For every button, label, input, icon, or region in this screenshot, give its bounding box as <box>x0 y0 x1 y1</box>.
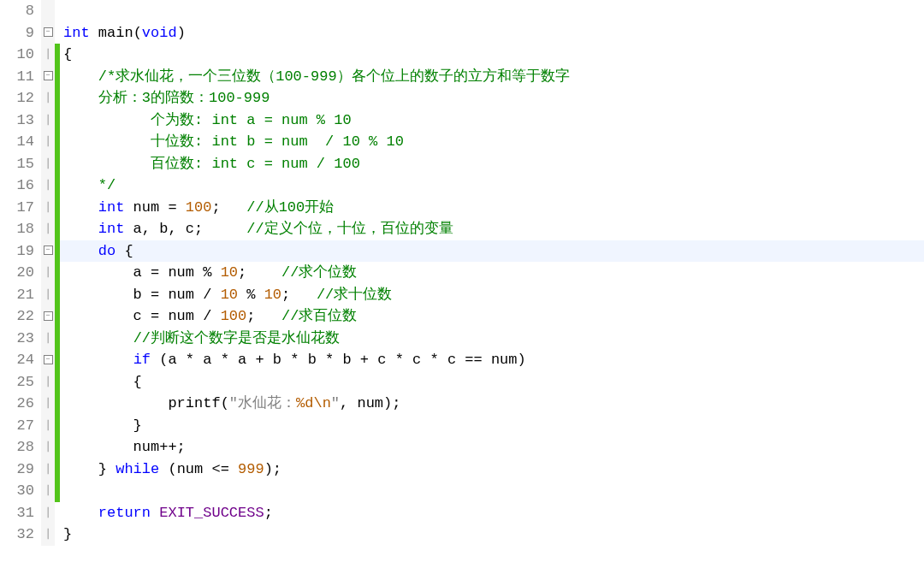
token-punct: ( <box>133 25 142 41</box>
token-comment: //求百位数 <box>281 308 357 324</box>
token-punct <box>63 90 98 106</box>
token-punct <box>63 243 98 259</box>
token-punct <box>63 68 98 85</box>
token-string: " <box>331 395 340 411</box>
token-comment: /*求水仙花，一个三位数（100-999）各个位上的数子的立方和等于数字 <box>98 68 570 85</box>
token-punct: ; <box>238 264 281 281</box>
code-line[interactable]: /*求水仙花，一个三位数（100-999）各个位上的数子的立方和等于数字 <box>60 66 924 88</box>
line-number: 13 <box>0 109 34 132</box>
code-line[interactable]: do { <box>60 240 924 263</box>
token-keyword: do <box>98 243 116 259</box>
fold-marker: │ <box>41 44 55 66</box>
code-line[interactable]: return EXIT_SUCCESS; <box>60 502 924 524</box>
line-number: 32 <box>0 524 34 546</box>
collapse-icon[interactable]: − <box>44 27 53 37</box>
line-number: 29 <box>0 459 34 481</box>
line-number: 17 <box>0 197 34 219</box>
token-keyword: int <box>63 25 90 41</box>
code-line[interactable]: */ <box>60 175 924 197</box>
fold-marker[interactable]: − <box>41 240 55 263</box>
fold-marker: │ <box>41 436 55 459</box>
fold-marker: │ <box>41 371 55 393</box>
token-punct <box>63 133 133 150</box>
code-line[interactable]: 百位数: int c = num / 100 <box>60 153 924 175</box>
token-punct: num++; <box>63 439 186 455</box>
code-line[interactable]: if (a * a * a + b * b * b + c * c * c ==… <box>60 349 924 371</box>
code-line[interactable]: { <box>60 44 924 66</box>
fold-marker: │ <box>41 284 55 306</box>
token-punct <box>63 505 98 521</box>
fold-marker <box>41 0 55 22</box>
collapse-icon[interactable]: − <box>44 311 53 321</box>
code-line[interactable] <box>60 480 924 502</box>
code-line[interactable]: c = num / 100; //求百位数 <box>60 305 924 328</box>
fold-marker: │ <box>41 524 55 546</box>
fold-marker: │ <box>41 153 55 175</box>
token-keyword: while <box>116 461 159 477</box>
token-punct: % <box>238 287 264 303</box>
token-punct <box>63 156 133 172</box>
code-line[interactable]: int main(void) <box>60 22 924 44</box>
code-line[interactable]: 个为数: int a = num % 10 <box>60 109 924 132</box>
token-punct <box>63 199 98 216</box>
code-line[interactable]: int a, b, c; //定义个位，十位，百位的变量 <box>60 218 924 240</box>
token-punct: { <box>116 243 133 259</box>
code-line[interactable]: { <box>60 371 924 393</box>
line-number: 9 <box>0 22 34 44</box>
fold-marker[interactable]: − <box>41 349 55 371</box>
token-comment: //判断这个数字是否是水仙花数 <box>133 330 340 346</box>
token-comment: //求个位数 <box>281 264 357 281</box>
code-line[interactable]: 分析：3的陪数：100-999 <box>60 87 924 109</box>
code-line[interactable]: } while (num <= 999); <box>60 459 924 481</box>
token-keyword: int <box>98 199 125 216</box>
token-comment: 十位数: int b = num / 10 % 10 <box>133 133 404 150</box>
code-line[interactable] <box>60 0 924 22</box>
collapse-icon[interactable]: − <box>44 246 53 255</box>
fold-marker[interactable]: − <box>41 305 55 328</box>
fold-marker[interactable]: − <box>41 22 55 44</box>
line-number: 31 <box>0 502 34 524</box>
code-line[interactable]: a = num % 10; //求个位数 <box>60 262 924 284</box>
code-line[interactable]: 十位数: int b = num / 10 % 10 <box>60 131 924 153</box>
code-line[interactable]: } <box>60 524 924 546</box>
token-punct: a, b, c; <box>124 221 246 237</box>
token-punct: ; <box>264 505 273 521</box>
line-number: 8 <box>0 0 34 22</box>
token-number: 100 <box>186 199 212 216</box>
collapse-icon[interactable]: − <box>44 355 53 364</box>
token-comment: //求十位数 <box>317 287 392 303</box>
collapse-icon[interactable]: − <box>44 71 53 80</box>
token-number: 10 <box>264 287 281 303</box>
line-number: 18 <box>0 218 34 240</box>
code-line[interactable]: printf("水仙花：%d\n", num); <box>60 393 924 415</box>
token-comment: 个为数: int a = num % 10 <box>133 112 352 128</box>
line-number: 19 <box>0 240 34 263</box>
fold-marker[interactable]: − <box>41 66 55 88</box>
line-number: 30 <box>0 480 34 502</box>
code-line[interactable]: //判断这个数字是否是水仙花数 <box>60 328 924 350</box>
code-line[interactable]: int num = 100; //从100开始 <box>60 197 924 219</box>
token-number: 100 <box>221 308 247 324</box>
code-line[interactable]: } <box>60 415 924 437</box>
fold-marker: │ <box>41 415 55 437</box>
token-number: 10 <box>221 264 238 281</box>
fold-marker: │ <box>41 197 55 219</box>
token-punct <box>90 25 98 41</box>
line-number: 22 <box>0 305 34 328</box>
code-line[interactable]: num++; <box>60 436 924 459</box>
code-line[interactable]: b = num / 10 % 10; //求十位数 <box>60 284 924 306</box>
line-number: 24 <box>0 349 34 371</box>
token-punct <box>63 177 98 193</box>
token-comment: //定义个位，十位，百位的变量 <box>246 221 453 237</box>
token-punct: } <box>63 526 72 542</box>
code-editor-area[interactable]: int main(void){ /*求水仙花，一个三位数（100-999）各个位… <box>60 0 924 546</box>
token-number: 999 <box>238 461 264 477</box>
token-punct: c = num / <box>63 308 221 324</box>
token-punct: ; <box>246 308 281 324</box>
token-string: "水仙花： <box>229 395 296 411</box>
fold-marker: │ <box>41 262 55 284</box>
fold-marker: │ <box>41 131 55 153</box>
fold-marker: │ <box>41 502 55 524</box>
token-punct: b = num / <box>63 287 221 303</box>
token-comment: //从100开始 <box>246 199 334 216</box>
